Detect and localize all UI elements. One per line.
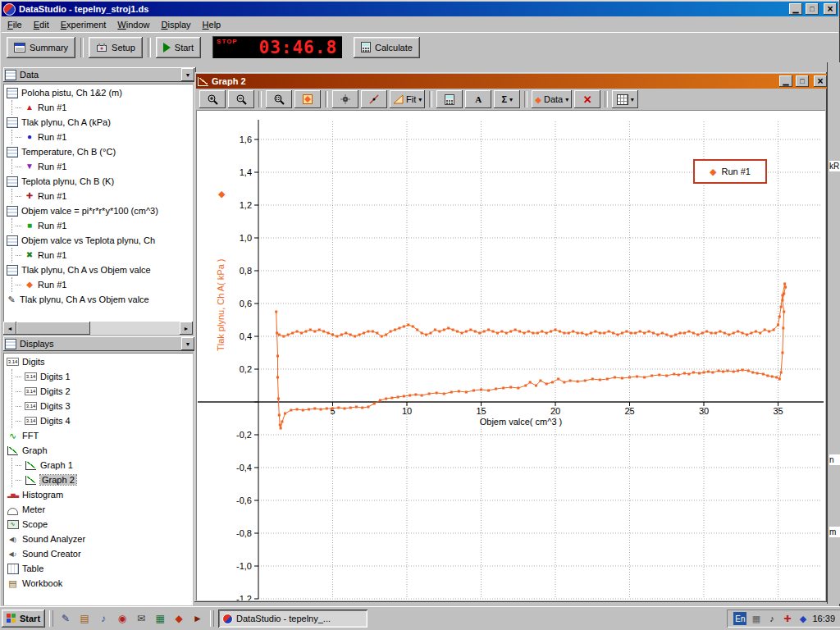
zoom-in-icon <box>207 94 218 105</box>
display-item-table[interactable]: Table <box>3 561 193 576</box>
language-indicator[interactable]: En <box>733 612 746 625</box>
menu-edit[interactable]: Edit <box>28 18 55 31</box>
data-item-poloha-pistu[interactable]: Poloha pistu, Ch 1&2 (m) <box>3 85 193 100</box>
graph-minimize-button[interactable] <box>779 75 792 87</box>
run-item[interactable]: Run #1 <box>12 159 193 174</box>
legend[interactable]: Run #1 <box>693 159 767 184</box>
quicklaunch-diamond-icon[interactable] <box>171 610 187 627</box>
graph-settings-button[interactable] <box>612 90 638 108</box>
toolbar-separator <box>605 91 608 107</box>
taskbar-handle[interactable] <box>210 610 214 627</box>
menu-window[interactable]: Window <box>112 18 155 31</box>
quicklaunch-pen-icon[interactable] <box>57 610 74 627</box>
quicklaunch-media-icon[interactable] <box>95 610 112 627</box>
menu-help[interactable]: Help <box>197 18 227 31</box>
clock[interactable]: 16:39 <box>812 614 835 623</box>
run-marker-green-x-icon <box>25 251 34 259</box>
calculate-tool-button[interactable] <box>436 90 463 108</box>
svg-text:0,6: 0,6 <box>240 299 252 308</box>
menu-file[interactable]: File <box>2 18 28 31</box>
calculate-button[interactable]: Calculate <box>354 37 420 58</box>
statistics-menu-button[interactable]: Σ <box>494 90 520 108</box>
data-menu-button[interactable]: Data <box>532 90 572 108</box>
run-item[interactable]: Run #1 <box>12 277 193 292</box>
quicklaunch-record-icon[interactable] <box>114 610 130 627</box>
data-item-tlak-vs-objem-2[interactable]: Tlak plynu, Ch A vs Objem valce <box>3 292 193 307</box>
smart-tool-button[interactable] <box>332 90 358 108</box>
start-label: Start <box>175 43 194 52</box>
displays-panel-dropdown-button[interactable] <box>181 337 194 350</box>
fft-icon <box>7 431 19 441</box>
scroll-left-button[interactable] <box>3 322 16 335</box>
data-item-teplota-plynu[interactable]: Teplota plynu, Ch B (K) <box>3 174 193 189</box>
menu-experiment[interactable]: Experiment <box>55 18 112 31</box>
display-item-histogram[interactable]: Histogram <box>3 487 193 502</box>
data-item-tlak-vs-objem[interactable]: Tlak plynu, Ch A vs Objem valce <box>3 262 193 277</box>
scrollbar-track[interactable] <box>16 322 180 335</box>
close-button[interactable] <box>824 3 837 15</box>
run-item[interactable]: Run #1 <box>12 189 193 203</box>
graph-titlebar[interactable]: Graph 2 <box>196 74 829 89</box>
quicklaunch-table-icon[interactable] <box>152 610 168 627</box>
keyboard-tray-icon[interactable] <box>750 613 762 625</box>
scroll-right-button[interactable] <box>180 322 193 335</box>
data-panel-dropdown-button[interactable] <box>181 68 194 81</box>
display-item-digits[interactable]: Digits <box>3 354 193 369</box>
display-item-fft[interactable]: FFT <box>3 428 193 443</box>
maximize-button[interactable] <box>806 3 819 15</box>
graph-maximize-button[interactable] <box>796 75 809 87</box>
plot-area[interactable]: 51015202530351,61,41,21,00,80,60,40,2-0,… <box>196 110 825 600</box>
display-item-sound-analyzer[interactable]: Sound Analyzer <box>3 532 193 546</box>
display-item-graph-1[interactable]: Graph 1 <box>12 458 193 472</box>
start-menu-button[interactable]: Start <box>2 609 45 628</box>
zoom-in-button[interactable] <box>199 90 226 108</box>
taskbar-handle[interactable] <box>49 610 53 627</box>
display-item-digits-4[interactable]: Digits 4 <box>12 413 193 428</box>
run-item[interactable]: Run #1 <box>12 248 193 262</box>
run-item[interactable]: Run #1 <box>12 218 193 233</box>
graph-close-button[interactable] <box>814 75 827 87</box>
display-item-scope[interactable]: Scope <box>3 517 193 532</box>
blue-diamond-tray-icon[interactable] <box>797 613 809 625</box>
digits-icon <box>25 402 37 410</box>
menu-display[interactable]: Display <box>156 18 197 31</box>
data-item-tlak-plynu[interactable]: Tlak plynu, Ch A (kPa) <box>3 115 193 130</box>
red-plus-tray-icon[interactable] <box>781 613 793 625</box>
display-item-sound-creator[interactable]: Sound Creator <box>3 546 193 561</box>
quicklaunch-document-icon[interactable] <box>76 610 93 627</box>
graph-window-icon <box>198 77 208 86</box>
slope-tool-icon <box>368 94 380 105</box>
display-item-meter[interactable]: Meter <box>3 502 193 517</box>
zoom-select-button[interactable] <box>266 90 292 108</box>
fit-menu-button[interactable]: Fit <box>390 90 425 108</box>
window-titlebar[interactable]: DataStudio - tepelny_stroj1.ds <box>2 2 838 16</box>
data-item-temperature[interactable]: Temperature, Ch B (°C) <box>3 144 193 159</box>
remove-button[interactable]: ✕ <box>574 90 600 108</box>
scale-to-fit-button[interactable] <box>294 90 321 108</box>
slope-tool-button[interactable] <box>361 90 387 108</box>
display-item-graph[interactable]: Graph <box>3 443 193 458</box>
quicklaunch-player-icon[interactable] <box>189 610 206 627</box>
summary-button[interactable]: Summary <box>7 37 75 58</box>
run-item[interactable]: Run #1 <box>12 130 193 144</box>
display-item-digits-1[interactable]: Digits 1 <box>12 369 193 384</box>
data-tree: Poloha pistu, Ch 1&2 (m) Run #1 Tlak ply… <box>3 84 193 322</box>
text-annotation-button[interactable]: A <box>465 90 491 108</box>
display-item-graph-2[interactable]: Graph 2 <box>12 472 193 487</box>
zoom-out-button[interactable] <box>228 90 254 108</box>
display-item-workbook[interactable]: Workbook <box>3 576 193 591</box>
display-item-digits-2[interactable]: Digits 2 <box>12 384 193 399</box>
timer-value: 03:46.8 <box>259 38 338 57</box>
calculation-icon <box>7 206 18 217</box>
display-item-digits-3[interactable]: Digits 3 <box>12 399 193 413</box>
task-button-datastudio[interactable]: DataStudio - tepelny_... <box>218 609 368 628</box>
data-item-objem-valce-calc[interactable]: Objem valce = pi*r*r*y*100 (cm^3) <box>3 203 193 218</box>
volume-tray-icon[interactable] <box>765 613 778 625</box>
data-item-objem-vs-teplota[interactable]: Objem valce vs Teplota plynu, Ch <box>3 233 193 248</box>
quicklaunch-mail-icon[interactable] <box>133 610 149 627</box>
run-item[interactable]: Run #1 <box>12 100 193 115</box>
minimize-button[interactable] <box>789 3 802 15</box>
setup-button[interactable]: Setup <box>89 37 143 58</box>
start-button[interactable]: Start <box>156 37 201 58</box>
scrollbar-thumb[interactable] <box>16 322 90 335</box>
